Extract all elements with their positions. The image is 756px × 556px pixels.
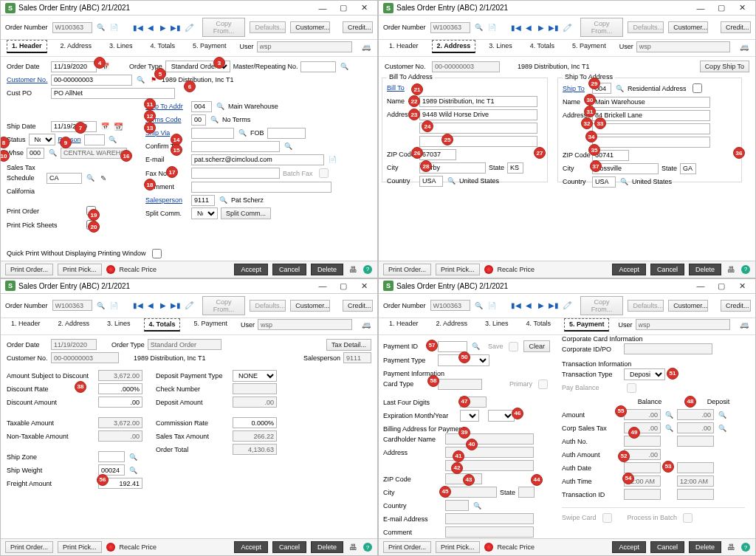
printer-icon[interactable] [348,264,358,275]
maximize-button[interactable]: ▢ [334,2,352,14]
minimize-button[interactable]: — [692,280,709,292]
lookup-icon[interactable] [619,176,629,187]
edit-icon[interactable]: ✎ [98,173,109,183]
ship-zone-field[interactable] [98,451,125,462]
nav-prev-icon[interactable]: ◀ [525,301,532,311]
close-button[interactable]: ✕ [355,280,373,292]
recalc-price-button[interactable]: Recalc Price [498,264,535,275]
tab-address[interactable]: 2. Address [432,40,476,53]
credit-button[interactable]: Credit... [721,300,751,312]
minimize-button[interactable]: — [314,2,331,14]
printer-icon[interactable] [348,542,358,552]
accept-button[interactable]: Accept [234,264,268,275]
recalc-price-button[interactable]: Recalc Price [498,542,535,552]
nav-prev-icon[interactable]: ◀ [147,301,154,311]
bill-address1-field[interactable] [419,109,537,120]
ship-city-field[interactable] [592,163,659,174]
fax-no-field[interactable] [191,168,280,179]
lookup-icon[interactable] [97,301,106,311]
accept-button[interactable]: Accept [612,541,646,553]
lookup-icon[interactable] [209,114,219,125]
document-icon[interactable] [110,22,119,32]
bill-state-field[interactable] [507,162,523,174]
lookup-icon[interactable] [717,410,727,420]
print-order-button[interactable]: Print Order... [5,264,53,275]
delete-button[interactable]: Delete [311,264,343,275]
lookup-icon[interactable] [475,301,484,311]
customer-button[interactable]: Customer... [290,300,330,312]
customer-button[interactable]: Customer... [290,21,330,33]
maximize-button[interactable]: ▢ [334,280,352,292]
tab-address[interactable]: 2. Address [54,318,94,331]
globe-icon[interactable] [106,265,115,274]
salesperson-field[interactable] [191,195,215,206]
lookup-icon[interactable] [664,423,674,433]
confirm-to-field[interactable] [191,141,280,152]
ship-via-field[interactable] [191,128,234,139]
tab-totals[interactable]: 4. Totals [146,41,179,53]
bill-name-field[interactable] [419,96,537,107]
tab-address[interactable]: 2. Address [432,318,472,331]
copy-from-button[interactable]: Copy From... [202,296,246,315]
credit-button[interactable]: Credit... [343,21,373,33]
recalc-price-button[interactable]: Recalc Price [120,542,157,552]
bus-icon[interactable]: 🚐 [739,320,749,330]
lookup-icon[interactable] [339,61,349,72]
email-field[interactable] [191,154,324,165]
tab-address[interactable]: 2. Address [56,41,97,53]
order-number-field[interactable] [430,22,470,33]
ship-country-field[interactable] [592,176,616,188]
credit-button[interactable]: Credit... [721,21,751,33]
lookup-icon[interactable] [97,22,106,32]
print-order-button[interactable]: Print Order... [383,541,431,553]
nav-first-icon[interactable]: ▮◀ [512,22,520,32]
tax-detail-button[interactable]: Tax Detail... [326,339,371,351]
lookup-icon[interactable] [85,173,95,183]
comm-rate-field[interactable] [233,417,277,428]
nav-last-icon[interactable]: ▶▮ [549,301,558,311]
tab-payment[interactable]: 5. Payment [568,41,611,53]
nav-first-icon[interactable]: ▮◀ [512,301,520,311]
quick-print-checkbox[interactable] [152,249,162,258]
help-icon[interactable] [740,264,751,275]
close-button[interactable]: ✕ [733,2,751,14]
delete-button[interactable]: Delete [689,541,721,553]
printer-icon[interactable] [726,264,736,275]
lookup-icon[interactable] [135,75,145,85]
lookup-icon[interactable] [108,134,118,145]
cancel-button[interactable]: Cancel [650,264,684,275]
bus-icon[interactable]: 🚐 [361,320,371,330]
close-button[interactable]: ✕ [355,2,373,14]
attachment-icon[interactable]: 🧷 [185,301,193,311]
maximize-button[interactable]: ▢ [712,280,730,292]
nav-prev-icon[interactable]: ◀ [147,22,154,32]
tab-lines[interactable]: 3. Lines [103,318,135,331]
cancel-button[interactable]: Cancel [650,541,684,553]
bill-address2-field[interactable] [419,123,537,134]
residential-checkbox[interactable] [693,83,702,93]
cancel-button[interactable]: Cancel [272,541,306,553]
ship-state-field[interactable] [680,163,696,174]
schedule-field[interactable] [47,173,82,184]
disc-rate-field[interactable] [98,383,142,394]
help-icon[interactable] [362,542,373,552]
tab-header[interactable]: 1. Header [7,40,47,53]
help-icon[interactable] [362,264,373,275]
attachment-icon[interactable]: 🧷 [563,301,571,311]
order-number-field[interactable] [52,300,92,311]
bill-country-field[interactable] [419,176,443,187]
delete-button[interactable]: Delete [311,541,343,553]
tab-lines[interactable]: 3. Lines [105,41,137,53]
print-order-button[interactable]: Print Order... [383,264,431,275]
nav-first-icon[interactable]: ▮◀ [134,22,142,32]
split-comm-select[interactable]: No [191,207,218,219]
copy-from-button[interactable]: Copy From... [580,296,624,315]
tab-lines[interactable]: 3. Lines [484,41,517,53]
lookup-icon[interactable] [472,501,482,511]
lookup-icon[interactable] [717,423,727,433]
copy-ship-to-button[interactable]: Copy Ship To [700,61,749,72]
globe-icon[interactable] [106,543,115,552]
trans-type-select[interactable]: Deposit [624,368,665,380]
minimize-button[interactable]: — [692,2,709,14]
bill-zip-field[interactable] [419,149,456,160]
